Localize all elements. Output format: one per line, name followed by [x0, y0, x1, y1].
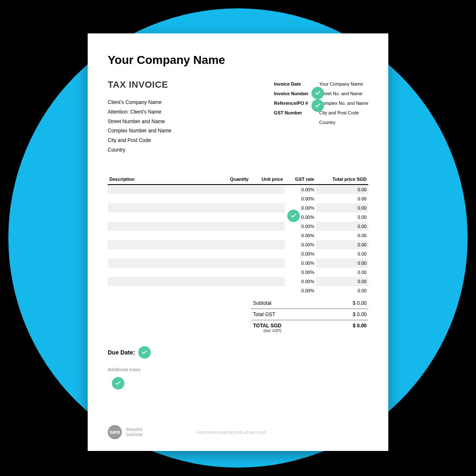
table-row: 0.00%0.00: [108, 277, 368, 286]
table-row: 0.00%0.00: [108, 203, 368, 213]
sender-name: Your Company Name: [319, 79, 368, 89]
cell-quantity: [220, 268, 250, 277]
grand-total-sublabel: (incl. GST): [253, 329, 281, 333]
cell-quantity: [220, 240, 250, 249]
cell-total: 0.00: [316, 258, 368, 268]
cell-unit-price: [250, 194, 284, 203]
footer-tagline-2: business: [126, 432, 142, 437]
totals-block: Subtotal $ 0.00 Total GST $ 0.00 TOTAL S…: [251, 298, 368, 335]
cell-total: 0.00: [316, 231, 368, 240]
invoice-page: Your Company Name TAX INVOICE Client's C…: [88, 33, 388, 451]
col-gst-rate: GST rate: [285, 174, 316, 185]
invoice-meta-block: Invoice Date Invoice Number Reference/PO…: [274, 79, 368, 127]
cell-total: 0.00: [316, 286, 368, 295]
cell-description: [108, 203, 220, 213]
cell-unit-price: [250, 277, 284, 286]
cell-unit-price: [250, 286, 284, 295]
sender-street: Street No. and Name: [319, 89, 368, 99]
subtotal-label: Subtotal: [253, 300, 271, 306]
cell-gst-rate: 0.00%: [285, 231, 316, 240]
cell-description: [108, 277, 220, 286]
xero-logo-icon: xero: [108, 425, 122, 439]
cell-unit-price: [250, 213, 284, 222]
due-date-row: Due Date:: [108, 346, 368, 359]
sender-country: Country: [319, 118, 368, 127]
cell-total: 0.00: [316, 213, 368, 222]
label-reference: Reference/PO #: [274, 99, 309, 108]
cell-quantity: [220, 249, 250, 258]
grand-total-value: $ 0.00: [353, 323, 367, 333]
cell-gst-rate: 0.00%: [285, 249, 316, 258]
check-icon: [311, 87, 324, 99]
total-gst-value: $ 0.00: [353, 311, 367, 317]
table-row: 0.00%0.00: [108, 222, 368, 231]
cell-gst-rate: 0.00%: [285, 222, 316, 231]
cell-quantity: [220, 185, 250, 194]
cell-quantity: [220, 258, 250, 268]
cell-total: 0.00: [316, 249, 368, 258]
client-city: City and Post Code: [108, 136, 233, 145]
cell-gst-rate: 0.00%: [285, 277, 316, 286]
col-unit-price: Unit price: [250, 174, 284, 185]
document-title: TAX INVOICE: [108, 79, 233, 90]
cell-gst-rate: 0.00%: [285, 268, 316, 277]
cell-description: [108, 222, 220, 231]
cell-unit-price: [250, 268, 284, 277]
sender-complex: Complex No. and Name: [319, 99, 368, 108]
cell-unit-price: [250, 240, 284, 249]
cell-total: 0.00: [316, 222, 368, 231]
header-row: TAX INVOICE Client's Company Name Attent…: [108, 79, 368, 155]
col-quantity: Quantity: [220, 174, 250, 185]
col-description: Description: [108, 174, 220, 185]
cell-description: [108, 213, 220, 222]
table-row: 0.00%0.00: [108, 194, 368, 203]
cell-quantity: [220, 231, 250, 240]
cell-gst-rate: 0.00%: [285, 240, 316, 249]
subtotal-value: $ 0.00: [353, 300, 367, 306]
table-row: 0.00%0.00: [108, 249, 368, 258]
cell-description: [108, 258, 220, 268]
cell-description: [108, 240, 220, 249]
cell-unit-price: [250, 185, 284, 194]
check-icon: [138, 346, 151, 359]
table-row: 0.00%0.00: [108, 185, 368, 194]
client-street: Street Number and Name: [108, 117, 233, 127]
cell-gst-rate: 0.00%: [285, 258, 316, 268]
footer-link-text: Find more invoicing tools at xero.com: [197, 430, 266, 435]
cell-quantity: [220, 222, 250, 231]
cell-unit-price: [250, 249, 284, 258]
cell-quantity: [220, 194, 250, 203]
cell-total: 0.00: [316, 203, 368, 213]
cell-total: 0.00: [316, 185, 368, 194]
cell-quantity: [220, 286, 250, 295]
cell-description: [108, 231, 220, 240]
label-invoice-date: Invoice Date: [274, 79, 309, 89]
cell-total: 0.00: [316, 240, 368, 249]
cell-quantity: [220, 277, 250, 286]
company-name: Your Company Name: [108, 53, 368, 67]
cell-description: [108, 286, 220, 295]
cell-description: [108, 268, 220, 277]
cell-gst-rate: 0.00%: [285, 286, 316, 295]
cell-description: [108, 194, 220, 203]
table-row: 0.00%0.00: [108, 231, 368, 240]
cell-quantity: [220, 203, 250, 213]
client-company: Client's Company Name: [108, 98, 233, 107]
cell-quantity: [220, 213, 250, 222]
grand-total-label: TOTAL SGD (incl. GST): [253, 323, 281, 333]
client-address-block: Client's Company Name Attention: Client'…: [108, 98, 233, 155]
page-footer: xero Beautiful business Find more invoic…: [108, 425, 368, 439]
line-items-table: Description Quantity Unit price GST rate…: [108, 174, 368, 295]
label-gst-number: GST Number: [274, 108, 309, 118]
table-row: 0.00%0.00: [108, 258, 368, 268]
client-attention: Attention: Client's Name: [108, 107, 233, 117]
footer-tagline-1: Beautiful: [126, 427, 142, 432]
cell-unit-price: [250, 222, 284, 231]
table-row: 0.00%0.00: [108, 268, 368, 277]
sender-address-block: Your Company Name Street No. and Name Co…: [319, 79, 368, 127]
check-icon: [311, 99, 324, 112]
table-row: 0.00%0.00: [108, 286, 368, 295]
cell-total: 0.00: [316, 268, 368, 277]
table-row: 0.00%0.00: [108, 213, 368, 222]
client-country: Country: [108, 145, 233, 155]
